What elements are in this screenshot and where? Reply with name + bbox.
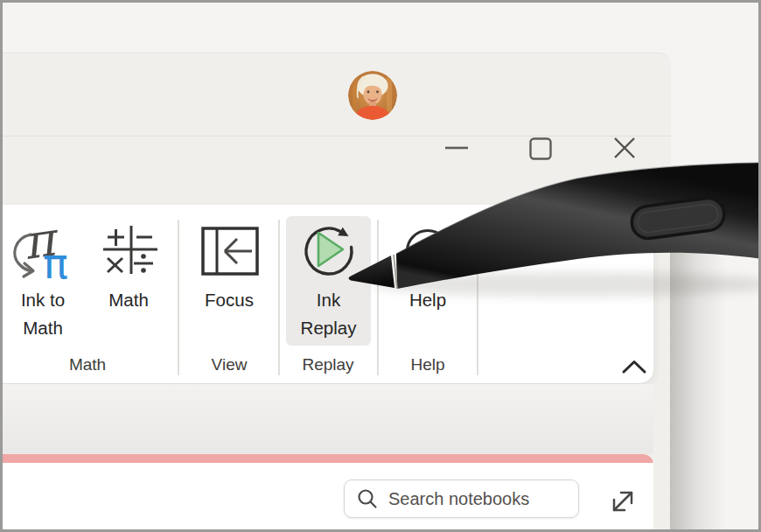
ink-to-math-button[interactable]: π π Ink toMath [3, 216, 82, 346]
screenshot-stage: π π Ink toMath [0, 0, 761, 532]
minimize-icon [442, 138, 471, 158]
group-label-help: Help [375, 352, 480, 378]
page-accent-bar [0, 454, 653, 463]
search-input[interactable] [379, 489, 578, 509]
user-avatar[interactable] [348, 71, 397, 120]
expand-search-button[interactable] [607, 486, 639, 517]
focus-panel-arrow-icon [199, 226, 259, 276]
minimize-button[interactable] [442, 138, 471, 161]
collapse-ribbon-button[interactable] [618, 357, 650, 380]
math-button[interactable]: Math [89, 216, 168, 346]
content-band [0, 384, 653, 454]
focus-button[interactable]: Focus [190, 216, 269, 346]
chevron-up-icon [618, 357, 650, 380]
maximize-button[interactable] [528, 136, 553, 164]
help-icon-box: ? [389, 216, 466, 286]
ink-replay-button[interactable]: InkReplay [286, 216, 371, 346]
close-button[interactable] [611, 134, 639, 165]
svg-text:?: ? [421, 237, 435, 265]
ink-replay-label: InkReplay [301, 286, 357, 342]
titlebar [0, 53, 671, 136]
diagonal-resize-icon [607, 486, 639, 517]
question-circle-icon: ? [404, 228, 451, 275]
group-label-replay: Replay [276, 352, 380, 378]
user-avatar-photo [348, 71, 397, 120]
search-box[interactable] [344, 480, 579, 518]
close-icon [611, 134, 639, 162]
focus-icon-box [190, 216, 269, 286]
svg-text:π: π [43, 239, 68, 284]
ink-replay-icon-box [286, 216, 371, 286]
group-label-view: View [177, 352, 282, 378]
circular-play-icon [301, 223, 357, 279]
focus-label: Focus [205, 286, 254, 314]
ink-to-math-label: Ink toMath [21, 286, 65, 342]
ink-to-math-icon-box: π π [3, 216, 82, 286]
page-area [0, 454, 653, 532]
calculator-grid-icon [99, 223, 158, 279]
maximize-icon [528, 136, 553, 161]
math-label: Math [108, 286, 149, 314]
help-button[interactable]: ? Help [389, 216, 466, 346]
help-label: Help [409, 286, 446, 314]
pi-conversion-icon: π π [8, 219, 78, 284]
window-edge-shadow [670, 168, 761, 532]
math-icon-box [89, 216, 168, 286]
app-window: π π Ink toMath [0, 52, 671, 532]
ribbon: π π Ink toMath [0, 205, 653, 384]
search-icon [356, 487, 379, 510]
group-label-math: Math [35, 352, 140, 378]
